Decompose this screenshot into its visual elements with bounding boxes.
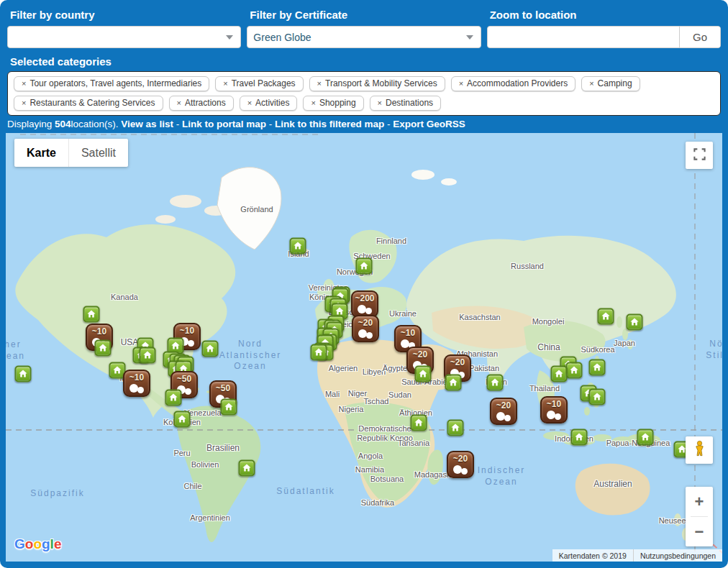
zoom-out-button[interactable]: − — [686, 517, 713, 546]
cluster-marker[interactable]: ~20 — [490, 398, 517, 425]
house-marker[interactable] — [95, 340, 112, 357]
certificate-filter-select[interactable]: Green Globe — [247, 26, 481, 48]
map-place-label: Chile — [183, 482, 201, 491]
zoom-in-button[interactable]: + — [686, 487, 713, 516]
go-button[interactable]: Go — [679, 27, 720, 47]
house-icon — [601, 311, 611, 322]
category-chip-label: Travel Packages — [232, 78, 296, 88]
cluster-marker[interactable]: ~10 — [540, 396, 568, 423]
house-marker[interactable] — [566, 362, 583, 379]
remove-chip-icon[interactable]: × — [22, 99, 26, 107]
house-marker[interactable] — [83, 306, 100, 323]
cluster-count-label: ~10 — [175, 326, 199, 336]
category-chip[interactable]: ×Attractions — [169, 96, 234, 111]
remove-chip-icon[interactable]: × — [22, 79, 26, 88]
category-chip[interactable]: ×Transport & Mobility Services — [309, 76, 445, 91]
cluster-marker[interactable]: ~200 — [351, 290, 378, 318]
house-marker[interactable] — [447, 420, 464, 436]
house-marker[interactable] — [411, 415, 427, 431]
map-place-label: Angola — [358, 452, 383, 461]
house-marker[interactable] — [356, 258, 373, 275]
map-place-label: Finnland — [376, 237, 406, 246]
pegman-icon — [692, 439, 707, 461]
house-icon — [448, 377, 459, 388]
house-marker[interactable] — [589, 359, 606, 376]
chevron-down-icon — [226, 35, 233, 40]
status-link[interactable]: Link to portal map — [182, 119, 266, 129]
map-place-label: Kanada — [111, 293, 138, 302]
category-chip[interactable]: ×Camping — [581, 76, 640, 91]
house-marker[interactable] — [598, 308, 614, 325]
zoom-to-location-input[interactable] — [488, 27, 679, 47]
house-marker[interactable] — [140, 347, 156, 364]
house-marker[interactable] — [487, 375, 504, 391]
cluster-dot-icon — [358, 329, 367, 338]
map-place-label: Bolivien — [191, 460, 219, 469]
house-marker[interactable] — [221, 399, 237, 416]
status-link[interactable]: Export GeoRSS — [393, 119, 465, 129]
certificate-filter-value: Green Globe — [253, 32, 311, 43]
house-icon — [574, 432, 585, 443]
house-marker[interactable] — [551, 366, 568, 383]
cluster-dot-icon — [547, 411, 555, 419]
house-marker[interactable] — [637, 429, 654, 446]
house-marker[interactable] — [174, 411, 191, 428]
map-place-label: Pakistan — [469, 364, 499, 373]
country-filter-select[interactable] — [7, 26, 241, 48]
remove-chip-icon[interactable]: × — [378, 99, 382, 107]
house-marker[interactable] — [589, 389, 606, 406]
cluster-dot-icon — [453, 465, 462, 474]
house-marker[interactable] — [415, 366, 432, 383]
house-icon — [112, 365, 123, 376]
status-link[interactable]: View as list — [121, 119, 173, 129]
cluster-count-label: ~20 — [353, 318, 378, 328]
category-chip[interactable]: ×Activities — [240, 96, 298, 111]
house-marker[interactable] — [239, 460, 255, 477]
fullscreen-icon — [693, 147, 706, 164]
cluster-dot-icon — [461, 468, 468, 475]
map-place-label: Sudan — [388, 390, 411, 400]
cluster-marker[interactable]: ~20 — [352, 315, 379, 342]
remove-chip-icon[interactable]: × — [589, 79, 593, 88]
remove-chip-icon[interactable]: × — [317, 79, 322, 88]
category-chip[interactable]: ×Restaurants & Catering Services — [14, 96, 163, 111]
status-link[interactable]: Link to this filtered map — [275, 119, 384, 129]
category-chip[interactable]: ×Shopping — [303, 96, 363, 111]
house-marker[interactable] — [445, 375, 462, 391]
remove-chip-icon[interactable]: × — [223, 79, 227, 88]
pegman-control[interactable] — [686, 436, 713, 464]
remove-chip-icon[interactable]: × — [177, 99, 181, 107]
cluster-marker[interactable]: ~10 — [123, 370, 150, 397]
house-icon — [414, 418, 424, 429]
category-chip[interactable]: ×Destinations — [370, 96, 441, 111]
remove-chip-icon[interactable]: × — [459, 79, 463, 88]
map-place-label: Tschad — [364, 397, 389, 406]
map-type-satellit-button[interactable]: Satellit — [69, 139, 128, 167]
house-icon — [18, 369, 29, 380]
map-type-karte-button[interactable]: Karte — [14, 139, 69, 167]
google-map[interactable]: GrönlandIslandFinnlandSchwedenNorwegenRu… — [6, 133, 722, 562]
remove-chip-icon[interactable]: × — [311, 99, 315, 107]
house-marker[interactable] — [627, 314, 643, 331]
house-marker[interactable] — [202, 341, 219, 357]
house-marker[interactable] — [571, 429, 588, 446]
cluster-marker[interactable]: ~20 — [447, 451, 474, 478]
category-chip[interactable]: ×Accommodation Providers — [451, 76, 576, 91]
country-filter-field: Filter by country — [7, 9, 241, 48]
remove-chip-icon[interactable]: × — [247, 99, 252, 107]
status-links: View as list - Link to portal map - Link… — [121, 119, 465, 129]
category-chip[interactable]: ×Tour operators, Travel agents, Intermed… — [14, 76, 209, 91]
cluster-dot-icon — [366, 332, 373, 339]
house-icon — [418, 369, 429, 380]
status-bar: Displaying 504location(s). View as list … — [0, 116, 728, 133]
terms-link[interactable]: Nutzungsbedingungen — [634, 551, 722, 560]
house-marker[interactable] — [311, 344, 327, 361]
house-marker[interactable] — [15, 366, 32, 383]
cluster-dot-icon — [137, 387, 144, 393]
house-marker[interactable] — [165, 390, 182, 406]
google-logo[interactable]: Google — [14, 536, 61, 552]
house-marker[interactable] — [290, 238, 306, 255]
fullscreen-button[interactable] — [686, 142, 713, 169]
category-chip-label: Accommodation Providers — [467, 78, 568, 88]
category-chip[interactable]: ×Travel Packages — [215, 76, 303, 91]
